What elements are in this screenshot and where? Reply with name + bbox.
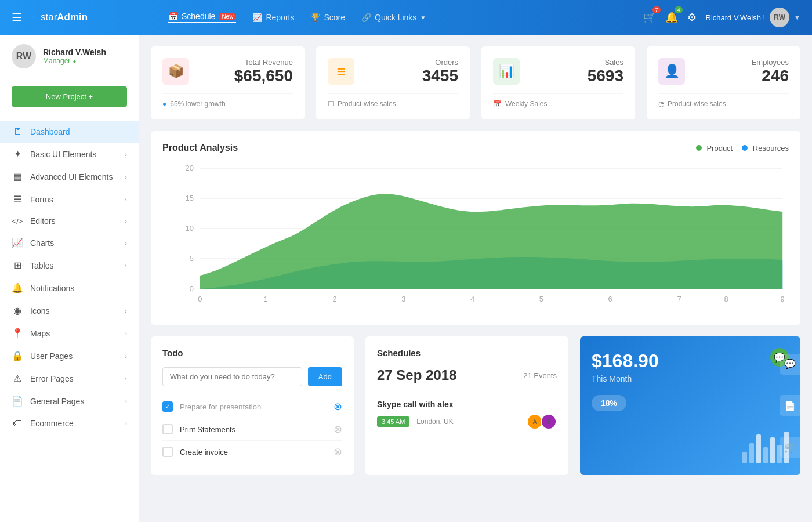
sidebar-item-user-pages[interactable]: 🔒 User Pages › — [0, 345, 139, 367]
todo-add-button[interactable]: Add — [308, 367, 342, 386]
todo-text-1: Print Statements — [180, 425, 327, 434]
sales-footer-icon: 📅 — [493, 100, 502, 108]
sidebar-user-section: RW Richard V.Welsh Manager ● — [0, 35, 139, 78]
sales-icon: 📊 — [493, 58, 520, 85]
chevron-icon: › — [125, 307, 127, 314]
chevron-icon: › — [125, 240, 127, 246]
sidebar-item-general-pages[interactable]: 📄 General Pages › — [0, 390, 139, 412]
chevron-icon: › — [125, 173, 127, 180]
chevron-icon: › — [125, 151, 127, 158]
schedule-event-0: Skype call with alex 3:45 AM London, UK … — [377, 393, 557, 437]
brand-logo: ★ starAdmin — [28, 11, 88, 24]
todo-input[interactable] — [162, 367, 302, 386]
user-menu[interactable]: Richard V.Welsh ! RW ▼ — [706, 8, 801, 27]
chevron-icon: › — [125, 420, 127, 427]
stat-card-employees: 👤 Employees 246 ◔ Product-wise sales — [647, 46, 800, 119]
chevron-icon: › — [125, 196, 127, 203]
employees-label: Employees — [694, 58, 789, 67]
top-navigation: ☰ ★ starAdmin 📅 Schedule New 📈 Reports 🏆… — [0, 0, 812, 35]
todo-text-0: Prepare for presentation — [180, 403, 327, 411]
schedule-events-count: 21 Events — [523, 371, 557, 380]
general-pages-icon: 📄 — [12, 396, 23, 407]
sidebar-item-basic-ui[interactable]: ✦ Basic UI Elements › — [0, 143, 139, 165]
bottom-row: Todo Add ✓ Prepare for presentation ⊗ Pr… — [151, 336, 800, 475]
todo-remove-0[interactable]: ⊗ — [334, 400, 342, 413]
todo-item-1: Print Statements ⊗ — [162, 418, 342, 441]
sidebar: RW Richard V.Welsh Manager ● New Project… — [0, 35, 139, 522]
user-avatar: RW — [770, 8, 789, 27]
sidebar-label-basic-ui: Basic UI Elements — [30, 150, 96, 159]
hamburger-menu[interactable]: ☰ — [12, 10, 22, 24]
sidebar-item-charts[interactable]: 📈 Charts › — [0, 231, 139, 254]
sidebar-user-name: Richard V.Welsh — [43, 48, 106, 57]
sidebar-item-advanced-ui[interactable]: ▤ Advanced UI Elements › — [0, 165, 139, 188]
todo-checkbox-0[interactable]: ✓ — [162, 401, 173, 412]
cart-button[interactable]: 🛒 7 — [643, 11, 656, 24]
new-project-button[interactable]: New Project + — [12, 86, 127, 107]
sidebar-label-error-pages: Error Pages — [30, 374, 74, 383]
sidebar-item-ecommerce[interactable]: 🏷 Ecommerce › — [0, 412, 139, 434]
sidebar-item-tables[interactable]: ⊞ Tables › — [0, 254, 139, 277]
svg-text:6: 6 — [608, 295, 612, 303]
sidebar-user-role: Manager ● — [43, 57, 106, 65]
icons-icon: ◉ — [12, 305, 23, 316]
todo-item-0: ✓ Prepare for presentation ⊗ — [162, 396, 342, 418]
editors-icon: </> — [12, 217, 23, 226]
svg-text:4: 4 — [470, 295, 474, 303]
legend-product: Product — [696, 144, 733, 153]
settings-button[interactable]: ⚙ — [687, 11, 697, 24]
svg-text:3: 3 — [401, 295, 405, 303]
sidebar-item-maps[interactable]: 📍 Maps › — [0, 322, 139, 345]
legend-green-dot — [696, 145, 702, 151]
sidebar-avatar: RW — [12, 44, 36, 68]
side-action-comment[interactable]: 💬 — [780, 354, 800, 375]
orders-icon: ≡ — [328, 58, 354, 85]
svg-text:10: 10 — [186, 224, 194, 232]
revenue-icon: 📦 — [162, 58, 189, 85]
sidebar-item-icons[interactable]: ◉ Icons › — [0, 299, 139, 322]
todo-card: Todo Add ✓ Prepare for presentation ⊗ Pr… — [151, 336, 354, 475]
chart-area: 20 15 10 5 0 0 1 2 3 4 5 6 — [162, 162, 789, 313]
nav-schedule[interactable]: 📅 Schedule New — [168, 12, 236, 23]
schedule-date-row: 27 Sep 2018 21 Events — [377, 367, 557, 383]
event-location-0: London, UK — [416, 418, 520, 426]
svg-text:20: 20 — [186, 164, 194, 172]
svg-text:2: 2 — [332, 295, 336, 303]
advanced-ui-icon: ▤ — [12, 171, 23, 182]
sidebar-nav: 🖥 Dashboard ✦ Basic UI Elements › ▤ Adva… — [0, 115, 139, 440]
online-indicator: ● — [72, 58, 76, 64]
sidebar-label-general-pages: General Pages — [30, 397, 84, 406]
sidebar-item-error-pages[interactable]: ⚠ Error Pages › — [0, 367, 139, 390]
employees-value: 246 — [694, 67, 789, 85]
nav-quick-links[interactable]: 🔗 Quick Links ▼ — [361, 13, 426, 22]
svg-text:5: 5 — [539, 295, 543, 303]
chevron-icon: › — [125, 398, 127, 405]
todo-title: Todo — [162, 348, 342, 358]
todo-remove-1[interactable]: ⊗ — [334, 423, 342, 436]
notifications-icon: 🔔 — [12, 282, 23, 293]
sidebar-item-forms[interactable]: ☰ Forms › — [0, 188, 139, 211]
score-icon: 🏆 — [310, 13, 320, 22]
side-action-document[interactable]: 📄 — [780, 395, 800, 416]
side-action-cart[interactable]: 🛒 — [780, 437, 800, 458]
dropdown-chevron-icon: ▼ — [420, 14, 426, 21]
event-details-0: 3:45 AM London, UK A B — [377, 414, 557, 430]
rev-bar-4 — [763, 447, 768, 463]
todo-checkbox-1[interactable] — [162, 424, 173, 434]
todo-checkbox-2[interactable] — [162, 447, 173, 457]
todo-remove-2[interactable]: ⊗ — [334, 445, 342, 458]
sidebar-item-notifications[interactable]: 🔔 Notifications — [0, 277, 139, 299]
side-actions: 💬 📄 🛒 — [780, 336, 800, 475]
sidebar-item-editors[interactable]: </> Editors › — [0, 211, 139, 231]
link-icon: 🔗 — [361, 13, 371, 22]
error-pages-icon: ⚠ — [12, 373, 23, 384]
maps-icon: 📍 — [12, 328, 23, 339]
nav-reports[interactable]: 📈 Reports — [252, 13, 294, 22]
sidebar-item-dashboard[interactable]: 🖥 Dashboard — [0, 121, 139, 143]
sales-label: Sales — [529, 58, 624, 67]
chevron-icon: › — [125, 262, 127, 269]
notifications-button[interactable]: 🔔 4 — [665, 11, 678, 24]
user-display-name: Richard V.Welsh ! — [706, 13, 766, 22]
nav-score[interactable]: 🏆 Score — [310, 13, 345, 22]
revenue-card-label: This Month — [592, 374, 789, 383]
